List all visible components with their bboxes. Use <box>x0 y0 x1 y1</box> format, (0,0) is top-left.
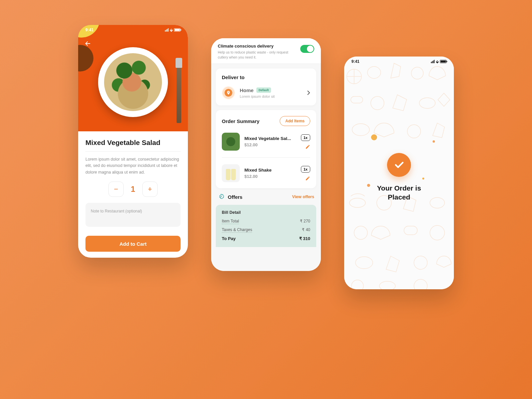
status-indicators: ⬙ <box>165 28 181 32</box>
dish-description: Lorem ipsum dolor sit amet, consectetur … <box>85 156 181 176</box>
address-name: Home <box>240 87 254 93</box>
edit-icon[interactable] <box>305 144 310 149</box>
climate-subtitle: Help us to reduce plastic waste - only r… <box>218 50 296 60</box>
deliver-to-label: Deliver to <box>222 74 310 80</box>
svg-point-12 <box>430 225 445 240</box>
order-summary-label: Order Summary <box>222 118 259 124</box>
checkout-screen: Climate conscious delivery Help us to re… <box>211 38 321 271</box>
svg-point-17 <box>414 279 427 289</box>
product-detail-screen: 9:41 ⬙ Mixed Vegetable Salad Lorem ipsum… <box>78 25 188 258</box>
cart-item: Mixed Shake $12.00 1x <box>222 164 310 182</box>
chevron-right-icon <box>307 90 310 95</box>
bill-line-item-total: Item Total ₹ 270 <box>222 219 310 224</box>
order-confirmation-screen: 9:41 ⬙ <box>344 57 454 289</box>
location-pin-icon <box>222 86 235 99</box>
item-price: $12.00 <box>244 174 296 179</box>
item-thumbnail <box>222 133 240 151</box>
svg-rect-2 <box>351 96 363 103</box>
bill-label: Item Total <box>222 219 239 224</box>
svg-point-14 <box>414 256 427 269</box>
item-qty-chip[interactable]: 1x <box>301 134 310 141</box>
bill-value: ₹ 270 <box>300 219 310 224</box>
order-summary-card: Order Summary Add Items Mixed Vegetable … <box>216 110 316 188</box>
bill-value: ₹ 310 <box>299 236 310 241</box>
svg-point-1 <box>411 67 423 79</box>
item-name: Mixed Shake <box>244 168 296 173</box>
item-price: $12.00 <box>244 142 296 147</box>
bill-title: Bill Detail <box>222 210 310 215</box>
climate-row: Climate conscious delivery Help us to re… <box>211 38 321 64</box>
default-badge: Default <box>256 87 271 93</box>
climate-toggle[interactable] <box>300 45 314 53</box>
hero-bowl <box>78 45 93 71</box>
order-placed-title: Your Order isPlaced <box>377 184 421 202</box>
back-button[interactable] <box>84 40 91 47</box>
wifi-icon: ⬙ <box>436 60 439 64</box>
dish-title: Mixed Vegetable Salad <box>85 139 181 147</box>
qty-plus-button[interactable]: + <box>142 182 158 197</box>
cart-item: Mixed Vegetable Sal... $12.00 1x <box>222 133 310 151</box>
bill-total: To Pay ₹ 310 <box>222 236 310 241</box>
divider <box>85 151 181 152</box>
dish-hero-image <box>78 25 188 131</box>
bill-label: To Pay <box>222 236 236 241</box>
hero-fork <box>177 60 181 123</box>
status-bar: 9:41 ⬙ <box>78 28 188 32</box>
svg-point-13 <box>355 257 373 269</box>
climate-title: Climate conscious delivery <box>218 44 296 49</box>
svg-point-7 <box>349 198 365 207</box>
add-to-cart-button[interactable]: Add to Cart <box>85 236 181 252</box>
svg-point-4 <box>419 98 435 108</box>
qty-value: 1 <box>129 185 137 194</box>
svg-point-9 <box>430 198 445 208</box>
quantity-stepper: − 1 + <box>85 182 181 197</box>
hero-garnish <box>78 25 99 41</box>
address-line: Lorem ipsum dolor sit <box>240 94 275 98</box>
status-time: 9:41 <box>85 28 93 32</box>
add-items-button[interactable]: Add Items <box>280 116 310 126</box>
item-name: Mixed Vegetable Sal... <box>244 136 296 141</box>
svg-point-3 <box>371 96 384 110</box>
note-input[interactable]: Note to Restaurant (optional) <box>85 203 181 227</box>
svg-point-10 <box>354 226 367 239</box>
svg-point-6 <box>407 125 421 138</box>
offer-icon <box>218 194 224 200</box>
signal-icon <box>431 60 435 63</box>
deliver-to-card: Deliver to Home Default Lorem ipsum dolo… <box>216 68 316 105</box>
bill-line-taxes: Taxes & Charges ₹ 40 <box>222 227 310 233</box>
success-check-icon <box>387 153 411 177</box>
view-offers-link[interactable]: View offers <box>292 195 314 199</box>
svg-point-15 <box>351 280 363 289</box>
hero-plate <box>98 47 168 117</box>
offers-row: Offers View offers <box>211 188 321 201</box>
svg-rect-11 <box>404 226 417 235</box>
bill-value: ₹ 40 <box>302 227 310 233</box>
offers-label: Offers <box>228 194 289 200</box>
svg-point-16 <box>379 281 395 289</box>
signal-icon <box>165 28 169 32</box>
address-name-row: Home Default <box>240 87 275 93</box>
confetti-dot <box>371 134 377 140</box>
confetti-dot <box>422 178 424 180</box>
svg-point-5 <box>352 124 369 136</box>
divider <box>222 157 310 158</box>
confetti-dot <box>433 140 435 143</box>
battery-icon <box>174 28 181 32</box>
confetti-dot <box>367 184 370 187</box>
address-row[interactable]: Home Default Lorem ipsum dolor sit <box>222 86 310 99</box>
note-placeholder: Note to Restaurant (optional) <box>91 209 142 213</box>
battery-icon <box>440 60 447 63</box>
item-qty-chip[interactable]: 1x <box>301 166 310 173</box>
wifi-icon: ⬙ <box>170 28 173 32</box>
status-bar: 9:41 ⬙ <box>344 59 454 64</box>
bill-label: Taxes & Charges <box>222 227 252 233</box>
bill-card: Bill Detail Item Total ₹ 270 Taxes & Cha… <box>216 205 316 247</box>
status-time: 9:41 <box>351 59 359 64</box>
edit-icon[interactable] <box>305 176 310 181</box>
item-thumbnail <box>222 164 240 182</box>
qty-minus-button[interactable]: − <box>108 182 124 197</box>
status-indicators: ⬙ <box>431 59 447 64</box>
